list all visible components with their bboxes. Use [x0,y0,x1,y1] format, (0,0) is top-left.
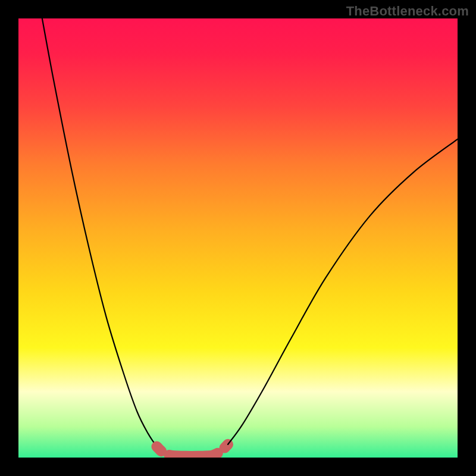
chart-svg [18,18,458,458]
curve-right-ascent [228,139,458,444]
curve-right-dashes [212,444,228,456]
curve-valley-flat [172,456,211,456]
watermark: TheBottleneck.com [346,4,469,19]
curve-left-descent [42,18,157,447]
